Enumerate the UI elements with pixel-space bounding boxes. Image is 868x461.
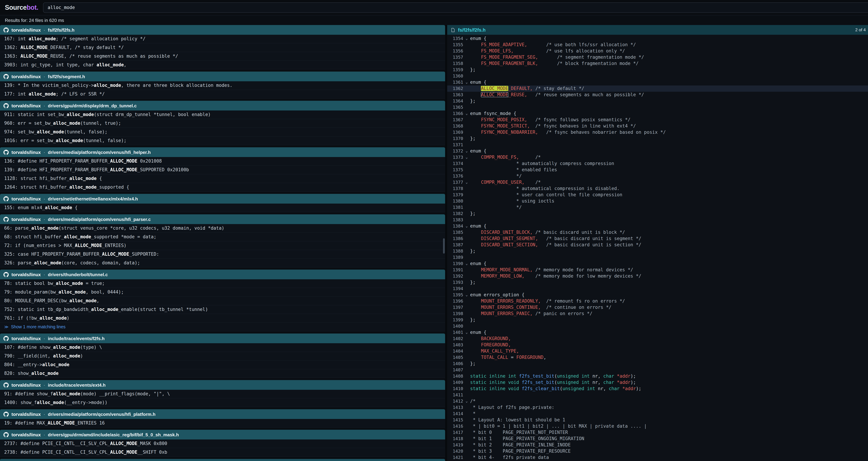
match-line[interactable]: 107: #define show_alloc_mode(type) \ — [0, 343, 445, 352]
search-results-panel: torvalds/linux · fs/f2fs/f2fs.h167: int … — [0, 25, 445, 461]
fold-chevron-icon[interactable]: ⌄ — [463, 154, 470, 161]
file-result-header[interactable]: torvalds/linux · drivers/thunderbolt/tun… — [0, 269, 445, 279]
file-result-group: torvalds/linux · include/trace/events/ex… — [0, 380, 445, 407]
match-line-number: 1400: — [4, 400, 21, 405]
line-number: 1410 — [447, 385, 463, 392]
path-separator: · — [43, 336, 45, 341]
file-result-header[interactable]: torvalds/linux · include/trace/events/ex… — [0, 380, 445, 390]
match-line[interactable]: 1362: ALLOC_MODE_DEFAULT, /* stay defaul… — [0, 44, 445, 52]
match-line[interactable]: 974: set_bw_alloc_mode(tunnel, false); — [0, 128, 445, 137]
match-highlight: alloc_mode — [39, 315, 67, 321]
match-line[interactable]: 2738: #define PCIE_CI_CNTL__CI_SLV_CPL_A… — [0, 448, 445, 457]
match-line[interactable]: 3903: int gc_type, int type, char alloc_… — [0, 61, 445, 69]
fold-chevron-icon[interactable]: ⌄ — [463, 223, 470, 229]
line-number: 1416 — [447, 423, 463, 429]
line-number: 1415 — [447, 417, 463, 423]
file-result-header[interactable]: torvalds/linux · drivers/media/platform/… — [0, 409, 445, 419]
search-input[interactable] — [43, 2, 868, 13]
match-line[interactable]: 68: struct hfi_buffer_alloc_mode_support… — [0, 233, 445, 241]
line-number: 1383 — [447, 217, 463, 223]
code-text: static inline void f2fs_clear_bit(unsign… — [470, 385, 641, 392]
match-line[interactable]: 139: * In the victim_sel_policy->alloc_m… — [0, 81, 445, 90]
code-text: COMPR_MODE_FS, /* — [470, 154, 541, 161]
line-number: 1390 — [447, 261, 463, 267]
match-line[interactable]: 78: static bool bw_alloc_mode = true; — [0, 279, 445, 288]
results-scrollbar-thumb[interactable] — [443, 238, 445, 254]
fold-spacer — [463, 423, 470, 429]
match-line[interactable]: 139: #define HFI_PROPERTY_PARAM_BUFFER_A… — [0, 166, 445, 174]
fold-chevron-icon[interactable]: ⌄ — [463, 292, 470, 298]
path-separator: · — [43, 103, 45, 108]
file-result-header[interactable]: torvalds/linux · include/trace/events/f2… — [0, 334, 445, 343]
match-line[interactable]: 1400: show_falloc_mode(__entry->mode)) — [0, 399, 445, 407]
match-line[interactable]: 72: if (num_entries > MAX_ALLOC_MODE_ENT… — [0, 241, 445, 250]
match-line[interactable]: 167: int alloc_mode; /* segment allocati… — [0, 35, 445, 44]
match-line[interactable]: 80: MODULE_PARM_DESC(bw_alloc_mode, — [0, 297, 445, 305]
file-path: drivers/media/platform/qcom/venus/hfi_pl… — [48, 411, 156, 417]
match-line[interactable]: 761: if (!bw_alloc_mode) — [0, 314, 445, 323]
match-highlight: ALLOC_MODE — [21, 45, 48, 50]
fold-spacer — [463, 210, 470, 217]
match-line[interactable]: 1016: err = set_bw_alloc_mode(tunnel, fa… — [0, 137, 445, 145]
code-line: 1407 — [447, 367, 868, 373]
match-line[interactable]: 752: static int tb_dp_bandwidth_alloc_mo… — [0, 305, 445, 314]
file-result-header[interactable]: torvalds/linux · drivers/media/platform/… — [0, 147, 445, 157]
match-line[interactable]: 1264: struct hfi_buffer_alloc_mode_suppo… — [0, 183, 445, 192]
file-result-header[interactable]: torvalds/linux · drivers/gpu/drm/display… — [0, 101, 445, 111]
file-result-header[interactable]: torvalds/linux · drivers/gpu/drm/amd/inc… — [0, 459, 445, 461]
match-line-number: 1016: — [4, 138, 21, 143]
match-line[interactable]: 19: #define MAX_ALLOC_MODE_ENTRIES 16 — [0, 419, 445, 428]
file-result-header[interactable]: torvalds/linux · drivers/media/platform/… — [0, 214, 445, 224]
code-line: 1379 * user can control the file compres… — [447, 192, 868, 198]
fold-spacer — [463, 117, 470, 123]
fold-chevron-icon[interactable]: ⌄ — [463, 148, 470, 154]
match-line[interactable]: 960: err = set_bw_alloc_mode(tunnel, tru… — [0, 119, 445, 128]
fold-chevron-icon[interactable]: ⌄ — [463, 35, 470, 42]
fold-spacer — [463, 235, 470, 242]
match-line[interactable]: 1363: ALLOC_MODE_REUSE, /* reuse segment… — [0, 52, 445, 61]
match-line[interactable]: 790: __field(int, alloc_mode) — [0, 352, 445, 361]
match-line[interactable]: 66: parse_alloc_mode(struct venus_core *… — [0, 224, 445, 233]
code-text: * bit 0 PAGE_PRIVATE_NOT_POINTER — [470, 429, 568, 436]
file-result-header[interactable]: torvalds/linux · fs/f2fs/segment.h — [0, 71, 445, 81]
match-line[interactable]: 1128: struct hfi_buffer_alloc_mode { — [0, 174, 445, 183]
match-line[interactable]: 820: show_alloc_mode — [0, 369, 445, 378]
match-line[interactable]: 91: #define show_falloc_mode(mode) __pri… — [0, 390, 445, 399]
match-line[interactable]: 155: enum mlx4_alloc_mode { — [0, 204, 445, 212]
code-text: enum { — [470, 261, 487, 267]
github-icon — [3, 217, 9, 222]
line-number: 1418 — [447, 436, 463, 442]
github-icon — [3, 336, 9, 341]
match-line[interactable]: 326: parse_alloc_mode(core, codecs, doma… — [0, 259, 445, 267]
line-number: 1370 — [447, 136, 463, 142]
fold-chevron-icon[interactable]: ⌄ — [463, 79, 470, 85]
match-line[interactable]: 79: module_param(bw_alloc_mode, bool, 04… — [0, 288, 445, 297]
match-line[interactable]: 911: static int set_bw_alloc_mode(struct… — [0, 111, 445, 119]
file-result-header[interactable]: torvalds/linux · drivers/gpu/drm/amd/inc… — [0, 430, 445, 439]
show-more-link[interactable]: ≫Show 1 more matching lines — [0, 323, 445, 332]
line-number: 1356 — [447, 48, 463, 54]
line-number: 1360 — [447, 73, 463, 79]
match-line[interactable]: 177: int alloc_mode; /* LFS or SSR */ — [0, 90, 445, 99]
file-result-header[interactable]: torvalds/linux · fs/f2fs/f2fs.h — [0, 25, 445, 35]
fold-chevron-icon[interactable]: ⌄ — [463, 398, 470, 404]
match-line[interactable]: 2737: #define PCIE_CI_CNTL__CI_SLV_CPL_A… — [0, 439, 445, 448]
fold-chevron-icon[interactable]: ⌄ — [463, 179, 470, 185]
line-number: 1404 — [447, 348, 463, 354]
match-line[interactable]: 136: #define HFI_PROPERTY_PARAM_BUFFER_A… — [0, 157, 445, 166]
code-line: 1392 MEMORY_MODE_LOW, /* memory mode for… — [447, 273, 868, 279]
file-result-header[interactable]: torvalds/linux · drivers/net/ethernet/me… — [0, 194, 445, 204]
line-number: 1394 — [447, 286, 463, 292]
github-icon — [3, 411, 9, 417]
code-line: 1357 FS_MODE_FRAGMENT_SEG, /* segment fr… — [447, 54, 868, 60]
fold-chevron-icon[interactable]: ⌄ — [463, 261, 470, 267]
code-text: * user can control the file compression — [470, 192, 622, 198]
match-line[interactable]: 804: __entry->alloc_mode — [0, 361, 445, 369]
match-line[interactable]: 325: case HFI_PROPERTY_PARAM_BUFFER_ALLO… — [0, 250, 445, 259]
code-line: 1389 — [447, 254, 868, 261]
app-logo[interactable]: Sourcebot. — [5, 4, 38, 11]
fold-chevron-icon[interactable]: ⌄ — [463, 329, 470, 336]
code-line: 1412⌄/* — [447, 398, 868, 404]
match-line-number: 911: — [4, 112, 18, 117]
fold-chevron-icon[interactable]: ⌄ — [463, 111, 470, 117]
